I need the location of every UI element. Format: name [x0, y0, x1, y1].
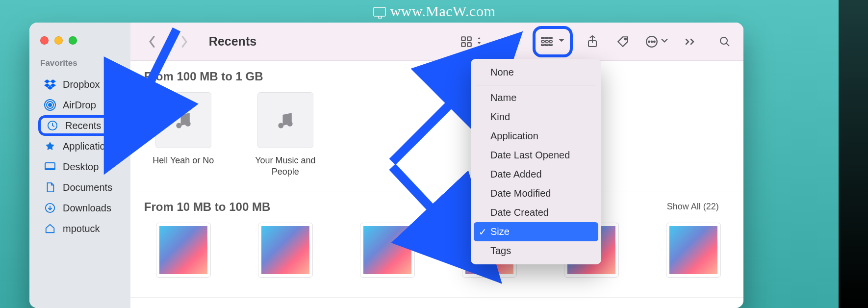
sidebar-item-recents[interactable]: Recents: [38, 115, 122, 136]
menu-item-tags[interactable]: Tags: [474, 241, 598, 260]
svg-rect-8: [467, 37, 471, 41]
sidebar-item-desktop[interactable]: Desktop: [38, 156, 122, 177]
document-icon: [44, 181, 56, 193]
group-by-menu: None Name Kind Application Date Last Ope…: [471, 59, 601, 264]
svg-point-24: [651, 41, 652, 42]
menu-item-date-modified[interactable]: Date Modified: [474, 184, 598, 203]
sidebar-item-label: Documents: [63, 182, 112, 193]
sidebar-item-dropbox[interactable]: Dropbox: [38, 74, 122, 95]
svg-rect-0: [374, 7, 385, 16]
group-header: From 10 MB to 100 MB: [144, 200, 270, 214]
clock-icon: [47, 120, 58, 131]
sidebar-item-label: Dropbox: [63, 79, 100, 90]
sidebar-item-label: Downloads: [63, 203, 111, 214]
menu-divider: [477, 85, 595, 85]
file-item[interactable]: Hell Yeah or No: [144, 92, 223, 178]
dropbox-icon: [44, 78, 56, 90]
download-icon: [44, 202, 56, 214]
svg-point-25: [654, 41, 655, 42]
svg-rect-9: [461, 43, 465, 47]
group-row: Hell Yeah or No Your Music and People: [130, 89, 743, 191]
view-mode-button[interactable]: [457, 31, 485, 52]
close-window-button[interactable]: [40, 36, 49, 45]
svg-point-27: [176, 123, 181, 128]
group-by-button-highlight: [533, 26, 573, 57]
audio-file-icon: [257, 92, 313, 148]
file-item[interactable]: [348, 223, 427, 284]
finder-window: Favorites Dropbox AirDrop Recents Applic…: [29, 23, 743, 308]
sidebar-item-label: Desktop: [63, 161, 99, 173]
svg-point-1: [49, 103, 51, 106]
svg-point-28: [185, 121, 191, 127]
svg-rect-7: [461, 37, 465, 41]
svg-point-21: [625, 38, 626, 39]
nav-back-button[interactable]: [141, 31, 163, 52]
chevron-down-icon: [558, 37, 565, 46]
image-file-icon: [360, 223, 415, 278]
minimize-window-button[interactable]: [54, 36, 63, 45]
image-file-icon: [258, 223, 313, 278]
menu-item-size[interactable]: Size: [474, 222, 598, 241]
content-area: From 100 MB to 1 GB Hell Yeah or No Your…: [130, 61, 743, 308]
applications-icon: [44, 140, 56, 152]
airdrop-icon: [44, 99, 56, 111]
image-file-icon: [666, 223, 721, 278]
svg-rect-13: [549, 37, 552, 39]
watermark: www.MacW.com: [0, 3, 868, 20]
location-title: Recents: [209, 34, 256, 49]
menu-item-name[interactable]: Name: [474, 88, 598, 107]
svg-rect-10: [467, 43, 471, 47]
sidebar-item-label: AirDrop: [63, 100, 96, 111]
menu-item-date-last-opened[interactable]: Date Last Opened: [474, 146, 598, 165]
svg-point-29: [278, 123, 283, 128]
window-controls: [38, 33, 122, 58]
svg-rect-15: [545, 41, 548, 42]
menu-item-kind[interactable]: Kind: [474, 107, 598, 127]
sidebar-item-home[interactable]: mpotuck: [38, 218, 122, 239]
svg-rect-16: [549, 41, 552, 42]
audio-file-icon: [155, 92, 211, 148]
home-icon: [44, 223, 56, 234]
file-item[interactable]: [144, 223, 223, 284]
actions-button[interactable]: [642, 31, 671, 52]
share-button[interactable]: [582, 31, 603, 52]
sidebar-item-downloads[interactable]: Downloads: [38, 198, 122, 218]
sidebar-item-label: Recents: [65, 120, 101, 131]
file-item[interactable]: [654, 223, 733, 284]
file-item[interactable]: Your Music and People: [246, 92, 325, 178]
file-name: Your Music and People: [246, 155, 325, 178]
svg-point-23: [648, 41, 650, 42]
sidebar-item-airdrop[interactable]: AirDrop: [38, 95, 122, 115]
sidebar-item-label: mpotuck: [63, 223, 100, 234]
tags-button[interactable]: [612, 31, 634, 52]
show-all-button[interactable]: Show All (22): [667, 202, 733, 212]
group-row: [130, 220, 743, 298]
toolbar-overflow-button[interactable]: [680, 31, 701, 52]
svg-rect-18: [545, 44, 548, 46]
svg-point-30: [287, 121, 293, 127]
menu-item-application[interactable]: Application: [474, 127, 598, 146]
menu-item-date-added[interactable]: Date Added: [474, 165, 598, 184]
svg-rect-14: [541, 41, 544, 42]
svg-rect-12: [545, 37, 548, 39]
chevron-updown-icon: [476, 37, 483, 46]
main-area: Recents: [130, 23, 743, 308]
svg-point-26: [720, 37, 727, 44]
sidebar-item-documents[interactable]: Documents: [38, 177, 122, 198]
desktop-icon: [44, 161, 56, 173]
group-header: From 100 MB to 1 GB: [130, 61, 743, 89]
file-item[interactable]: [246, 223, 325, 284]
sidebar: Favorites Dropbox AirDrop Recents Applic…: [29, 23, 130, 308]
toolbar: Recents: [130, 23, 743, 61]
nav-forward-button[interactable]: [174, 31, 195, 52]
search-button[interactable]: [714, 31, 736, 52]
menu-item-date-created[interactable]: Date Created: [474, 203, 598, 222]
sidebar-item-applications[interactable]: Applications: [38, 136, 122, 156]
menu-item-none[interactable]: None: [474, 63, 598, 82]
svg-rect-19: [549, 44, 552, 46]
group-by-button[interactable]: [537, 31, 568, 52]
sidebar-item-label: Applications: [63, 141, 116, 152]
wallpaper-edge: [839, 0, 868, 308]
fullscreen-window-button[interactable]: [69, 36, 77, 45]
svg-rect-11: [541, 37, 544, 39]
